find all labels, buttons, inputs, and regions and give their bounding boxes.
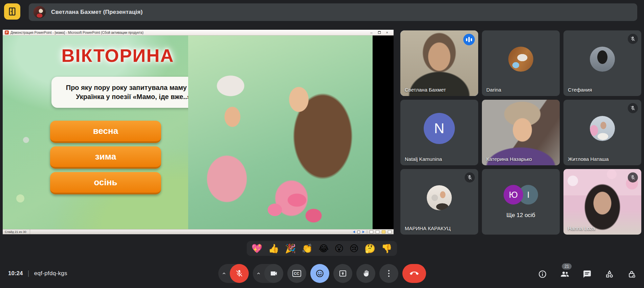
reaction-heart[interactable]: 💖 (251, 244, 262, 253)
next-slide-button[interactable] (362, 231, 364, 233)
slide-title: ВІКТОРИНА (57, 45, 179, 66)
reaction-thumbs-up[interactable]: 👍 (268, 244, 279, 253)
chat-icon (583, 270, 592, 279)
participant-name: МАРИНА КАРАКУЦ (405, 225, 451, 231)
host-controls-button[interactable] (627, 269, 637, 279)
more-participants-label: Ще 12 осіб (506, 212, 535, 219)
more-options-button[interactable] (379, 264, 398, 283)
tile-darina[interactable]: Darina (482, 30, 560, 96)
mic-control-group (218, 264, 249, 283)
slide-counter: Слайд 21 из 30 (5, 230, 30, 234)
camera-options-chevron[interactable] (253, 264, 264, 283)
ppt-statusbar: Слайд 21 из 30 (3, 229, 394, 234)
mic-muted-icon (628, 103, 638, 113)
reaction-thinking[interactable]: 🤔 (364, 244, 375, 253)
door-icon (7, 7, 17, 16)
ppt-titlebar: P Демонстрация PowerPoint - [мама] - Mic… (3, 30, 394, 35)
reading-view-button[interactable] (388, 230, 392, 234)
tile-maryna-karakuts[interactable]: МАРИНА КАРАКУЦ (400, 169, 478, 235)
decor-dot (23, 137, 29, 143)
normal-view-button[interactable] (370, 230, 373, 234)
meeting-code: eqf-pfdq-kgs (34, 270, 67, 277)
lock-icon (627, 270, 636, 279)
activities-icon (605, 270, 614, 279)
ppt-slide: ВІКТОРИНА Про яку пору року запитувала м… (3, 35, 394, 229)
activities-button[interactable] (605, 269, 614, 279)
slide-sorter-view-button[interactable] (376, 230, 379, 234)
initial-avatar: N (424, 113, 455, 144)
participant-name: Житлова Наташа (568, 156, 609, 162)
smiley-icon (315, 269, 324, 278)
cc-icon: CC (292, 270, 301, 277)
tile-kateryna-nazarko[interactable]: Катерина Назарько (482, 100, 560, 165)
slide-letterbox (373, 35, 394, 229)
participant-name: Катерина Назарько (486, 156, 532, 162)
participants-button[interactable]: 21 (560, 269, 570, 279)
meeting-details-button[interactable] (538, 269, 547, 279)
reaction-cry[interactable]: 😢 (350, 244, 359, 253)
tile-svetlana-bakhmet[interactable]: Светлана Бахмет (400, 30, 478, 96)
reaction-party[interactable]: 🎉 (285, 244, 296, 253)
mic-mute-button[interactable] (230, 264, 249, 283)
google-meet-window: Светлана Бахмет (Презентація) P Демонстр… (0, 0, 644, 288)
tile-stefania[interactable]: Стефания (563, 30, 641, 96)
tile-natalj-kamunina[interactable]: N Natalj Kamunina (400, 100, 478, 165)
powerpoint-icon: P (5, 30, 9, 34)
shared-screen-powerpoint: P Демонстрация PowerPoint - [мама] - Mic… (3, 30, 394, 234)
call-controls: CC (218, 264, 426, 283)
mic-options-chevron[interactable] (218, 264, 230, 283)
tile-zhytlova-natasha[interactable]: Житлова Наташа (563, 100, 641, 165)
slide-photo-mother-daughter (188, 35, 373, 229)
minimize-button[interactable]: – (370, 31, 372, 34)
tile-hanna-loza[interactable]: Hanna Loza (563, 169, 641, 235)
participants-count-badge: 21 (562, 263, 572, 269)
mic-muted-icon (465, 172, 475, 183)
reaction-laugh[interactable]: 😂 (318, 244, 329, 253)
meet-app-icon[interactable] (4, 3, 20, 20)
slide-menu-button[interactable] (357, 231, 360, 234)
present-icon (339, 269, 347, 278)
participant-name: Стефания (568, 87, 592, 93)
present-screen-button[interactable] (333, 264, 352, 283)
participant-grid: Светлана Бахмет Darina Стефания N Natalj… (400, 30, 641, 235)
bottom-bar: 10:24 | eqf-pfdq-kgs (0, 259, 644, 288)
avatar (590, 116, 615, 141)
captions-button[interactable]: CC (287, 264, 306, 283)
raise-hand-button[interactable] (356, 264, 375, 283)
mic-muted-icon (628, 172, 638, 183)
info-icon (538, 270, 547, 279)
pinned-presentation-banner[interactable]: Светлана Бахмет (Презентація) (29, 3, 637, 21)
participant-name: Светлана Бахмет (405, 87, 446, 93)
answer-button-osin[interactable]: осінь (50, 172, 161, 194)
avatar (427, 185, 452, 210)
video-feed (482, 100, 560, 165)
hand-icon (362, 269, 370, 278)
participant-name: Hanna Loza (568, 225, 595, 231)
previous-slide-button[interactable] (353, 231, 355, 233)
people-icon (560, 269, 570, 279)
restore-button[interactable] (378, 31, 381, 34)
end-call-button[interactable] (402, 264, 426, 283)
reaction-thumbs-down[interactable]: 👎 (381, 244, 392, 253)
slideshow-view-button[interactable] (382, 230, 385, 234)
avatar (590, 47, 615, 72)
clock-time: 10:24 (8, 270, 23, 277)
close-button[interactable]: × (386, 31, 388, 34)
reactions-button[interactable] (310, 264, 329, 283)
chat-button[interactable] (582, 269, 592, 279)
answer-button-zyma[interactable]: зима (50, 146, 161, 169)
more-options-icon (388, 270, 390, 277)
reaction-clap[interactable]: 👏 (302, 244, 313, 253)
meta-divider: | (27, 269, 29, 277)
top-bar: Светлана Бахмет (Презентація) (0, 0, 644, 24)
answer-button-vesna[interactable]: весна (50, 121, 161, 143)
participant-name: Darina (486, 87, 501, 93)
camera-button[interactable] (264, 264, 283, 283)
decor-dot (16, 194, 24, 202)
reaction-surprised[interactable]: 😮 (335, 244, 344, 253)
tile-more-participants[interactable]: Ю І Ще 12 осіб (482, 169, 560, 235)
camera-control-group (253, 264, 283, 283)
speaking-audio-indicator-icon (463, 34, 475, 45)
participant-name: Natalj Kamunina (405, 156, 442, 162)
ppt-window-title: Демонстрация PowerPoint - [мама] - Micro… (10, 31, 143, 34)
